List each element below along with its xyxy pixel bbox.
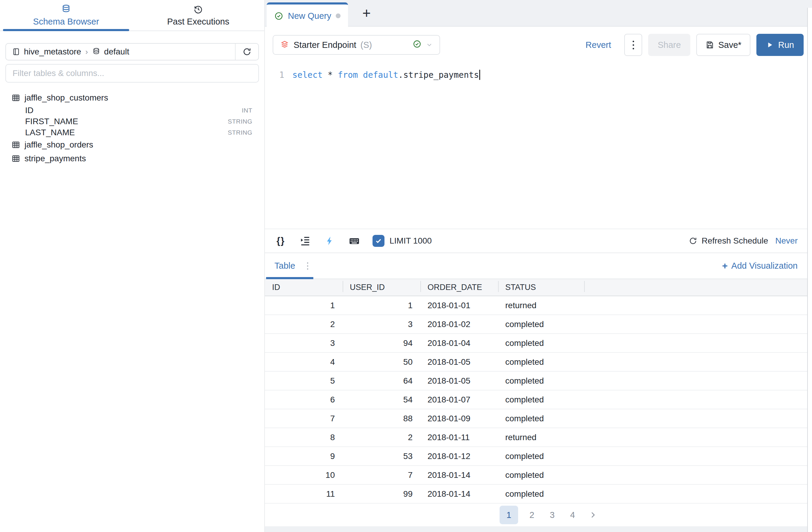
text-cursor	[479, 70, 480, 80]
pagination-page-4[interactable]: 4	[566, 506, 579, 524]
tab-label: Past Executions	[167, 17, 229, 27]
limit-toggle[interactable]: LIMIT 1000	[373, 235, 432, 247]
refresh-schedule-value[interactable]: Never	[775, 236, 798, 246]
tab-new-query-label: New Query	[288, 11, 331, 21]
endpoint-selector[interactable]: Starter Endpoint (S)	[273, 35, 440, 55]
pagination-page-1[interactable]: 1	[499, 506, 518, 524]
table-cell: 1	[343, 301, 420, 310]
table-cell: 54	[343, 395, 420, 405]
table-cell: 8	[265, 433, 343, 442]
tab-new-query[interactable]: New Query	[267, 2, 348, 27]
limit-label: LIMIT 1000	[390, 236, 432, 246]
tab-schema-browser[interactable]: Schema Browser	[0, 0, 132, 30]
plus-icon: +	[722, 260, 728, 271]
schema-icon	[92, 47, 100, 56]
sql-token	[333, 70, 338, 80]
history-icon	[193, 4, 203, 14]
table-cell: 99	[343, 489, 420, 499]
play-icon	[766, 41, 774, 49]
pagination-page-2[interactable]: 2	[525, 506, 538, 524]
limit-checkbox[interactable]	[373, 235, 385, 247]
table-row: 7882018-01-09completed	[265, 409, 807, 428]
table-cell: 88	[343, 414, 420, 423]
schema-refresh-button[interactable]	[235, 44, 258, 60]
results-table-body: 112018-01-01returned232018-01-02complete…	[265, 296, 807, 504]
table-row: 112018-01-01returned	[265, 296, 807, 315]
table-header-cell[interactable]: ID	[265, 279, 343, 296]
schema-column-type: STRING	[228, 118, 252, 125]
table-cell: completed	[498, 470, 584, 480]
refresh-schedule-icon	[688, 236, 697, 246]
pagination: 1234	[265, 504, 807, 526]
active-view-underline	[266, 277, 313, 279]
revert-button[interactable]: Revert	[586, 40, 611, 50]
sql-token: select	[292, 70, 323, 80]
sql-token: stripe_payments	[403, 70, 479, 80]
tab-table-view[interactable]: Table	[274, 261, 295, 271]
chevron-down-icon	[426, 41, 433, 48]
sql-token	[358, 70, 363, 80]
sql-token: default	[363, 70, 398, 80]
tab-label: Schema Browser	[33, 17, 99, 27]
refresh-schedule: Refresh Schedule Never	[688, 236, 798, 246]
endpoint-ok-icon	[412, 40, 422, 51]
autocomplete-indent-icon[interactable]	[299, 235, 311, 247]
table-cell: 53	[343, 451, 420, 461]
breadcrumb-schema[interactable]: default	[104, 47, 129, 57]
sql-token: .	[398, 70, 403, 80]
live-autocomplete-icon[interactable]	[323, 235, 336, 247]
table-cell: 64	[343, 376, 420, 386]
table-cell: 1	[265, 301, 343, 310]
keyboard-shortcuts-icon[interactable]	[348, 235, 361, 247]
add-visualization-button[interactable]: + Add Visualization	[722, 260, 798, 271]
share-button[interactable]: Share	[648, 34, 690, 56]
more-options-button[interactable]	[624, 34, 642, 56]
schema-table-item[interactable]: stripe_payments	[0, 152, 264, 166]
sql-editor[interactable]: 1 select * from default.stripe_payments	[265, 68, 807, 82]
schema-column-name: LAST_NAME	[25, 128, 75, 137]
pagination-next-button[interactable]	[586, 506, 599, 524]
endpoint-suffix: (S)	[361, 40, 372, 50]
table-cell: 2018-01-05	[420, 376, 498, 386]
breadcrumb-catalog[interactable]: hive_metastore	[24, 47, 81, 57]
table-header-cell[interactable]: STATUS	[498, 279, 584, 296]
table-view-options-icon[interactable]	[307, 262, 308, 270]
table-header-cell[interactable]: ORDER_DATE	[420, 279, 498, 296]
table-row: 822018-01-11returned	[265, 428, 807, 447]
line-number: 1	[279, 70, 292, 80]
table-header-cell[interactable]: USER_ID	[343, 279, 420, 296]
editor-toolbar: {}	[265, 228, 807, 253]
add-tab-button[interactable]: +	[354, 0, 378, 26]
run-button[interactable]: Run	[756, 34, 803, 56]
table-grid-icon	[11, 154, 20, 163]
results-tabrow: Table + Add Visualization	[265, 253, 807, 279]
scrollbar-track[interactable]	[807, 8, 812, 532]
chevron-right-icon	[589, 511, 597, 519]
table-row: 11992018-01-14completed	[265, 485, 807, 504]
schema-column-item[interactable]: FIRST_NAMESTRING	[0, 116, 264, 127]
schema-column-item[interactable]: LAST_NAMESTRING	[0, 127, 264, 138]
table-cell: completed	[498, 320, 584, 329]
format-query-icon[interactable]: {}	[274, 235, 287, 247]
table-grid-icon	[11, 93, 20, 102]
sql-token: from	[338, 70, 358, 80]
unsaved-changes-dot	[336, 13, 340, 18]
filter-input[interactable]	[5, 64, 259, 83]
schema-table-item[interactable]: jaffle_shop_customers	[0, 91, 264, 105]
schema-column-item[interactable]: IDINT	[0, 105, 264, 116]
breadcrumb-separator: ›	[85, 47, 88, 57]
tab-past-executions[interactable]: Past Executions	[132, 0, 264, 30]
save-icon	[705, 40, 714, 50]
table-row: 3942018-01-04completed	[265, 334, 807, 353]
schema-column-type: STRING	[228, 129, 252, 136]
schema-column-name: FIRST_NAME	[25, 117, 78, 126]
schema-sidebar: Schema Browser Past Executions hive_meta…	[0, 0, 265, 532]
pagination-page-3[interactable]: 3	[546, 506, 559, 524]
table-cell: completed	[498, 489, 584, 499]
table-cell: completed	[498, 451, 584, 461]
table-row: 5642018-01-05completed	[265, 372, 807, 391]
save-button[interactable]: Save*	[696, 34, 750, 56]
schema-table-item[interactable]: jaffle_shop_orders	[0, 138, 264, 152]
catalog-icon	[12, 47, 20, 56]
schema-table-name: stripe_payments	[25, 154, 86, 163]
